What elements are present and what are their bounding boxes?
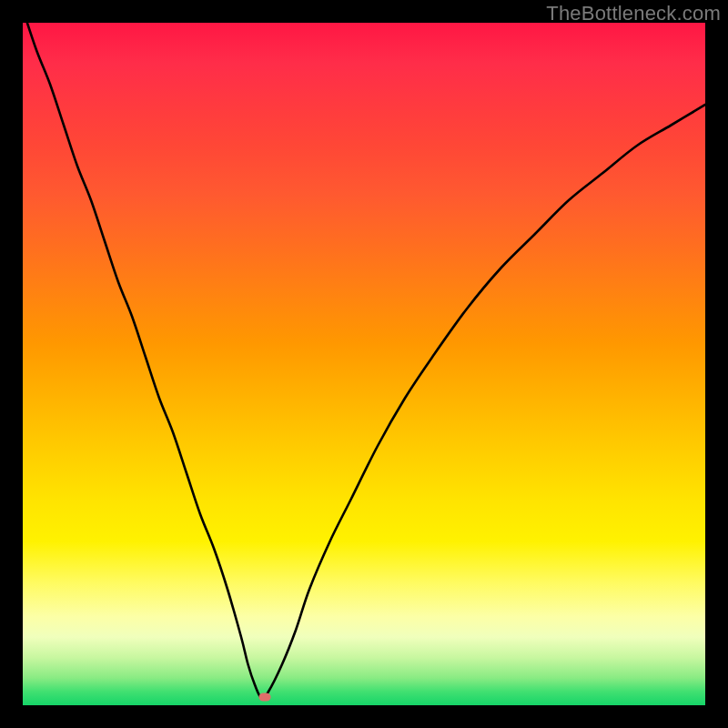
- plot-area: [23, 23, 705, 705]
- optimum-marker: [259, 693, 271, 702]
- watermark-text: TheBottleneck.com: [546, 2, 721, 25]
- bottleneck-curve: [23, 23, 705, 705]
- chart-frame: TheBottleneck.com: [0, 0, 728, 728]
